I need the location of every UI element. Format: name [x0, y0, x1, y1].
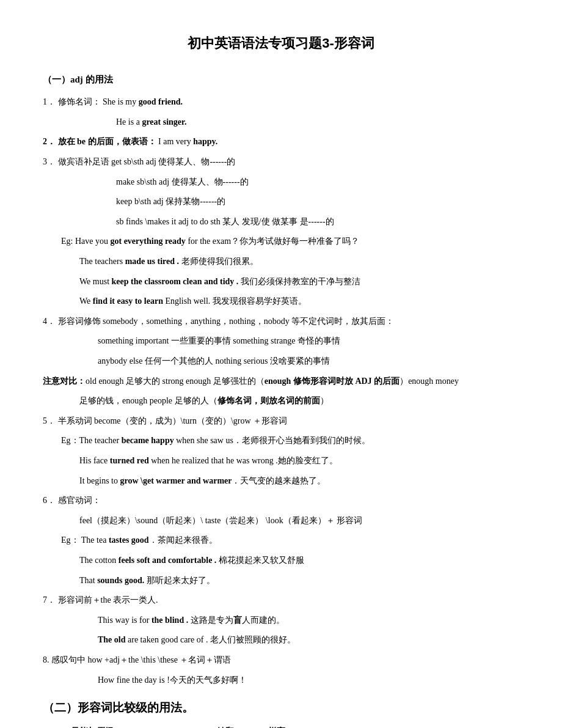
- item-label: 形容词修饰 somebody，something，anything，nothin…: [58, 317, 395, 326]
- item-num: 5．: [43, 416, 56, 425]
- list-item: That sounds good. 那听起来太好了。: [79, 573, 519, 589]
- list-item: Eg: Have you got everything ready for th…: [61, 233, 519, 250]
- item-text: keep b\sth adj 保持某物------的: [116, 197, 225, 206]
- item-text: sb finds \makes it adj to do sth 某人 发现/使…: [116, 217, 334, 226]
- list-item: 8. 感叹句中 how +adj＋the \this \these ＋名词＋谓语: [43, 652, 519, 669]
- list-item: How fine the day is !今天的天气多好啊！: [98, 672, 519, 689]
- item-label: 半系动词 become（变的，成为）\turn（变的）\grow ＋形容词: [58, 416, 288, 425]
- item-text: anybody else 任何一个其他的人 nothing serious 没啥…: [98, 356, 330, 366]
- item-label: 修饰名词：: [58, 97, 101, 106]
- item-text: Eg：The teacher became happy when she saw…: [61, 436, 370, 445]
- item-text: We must keep the classroom clean and tid…: [79, 277, 360, 286]
- page-title: 初中英语语法专项习题3-形容词: [43, 31, 519, 56]
- item-text: His face turned red when he realized tha…: [79, 456, 338, 465]
- item-label: 放在 be 的后面，做表语：: [58, 137, 156, 146]
- item-num: 2．: [43, 137, 56, 146]
- item-text: Eg： The tea tastes good．茶闻起来很香。: [61, 535, 217, 545]
- list-item: The cotton feels soft and comfortable . …: [79, 553, 519, 569]
- item-text: Eg: Have you got everything ready for th…: [61, 237, 359, 246]
- list-item: 7． 形容词前＋the 表示一类人.: [43, 592, 519, 609]
- list-item: It begins to grow \get warmer and warmer…: [79, 473, 519, 490]
- list-item: feel（摸起来）\sound（听起来）\ taste（尝起来） \look（看…: [79, 513, 519, 529]
- list-item: 1. As＋ 只能加原级---as She is as tall as Pete…: [43, 724, 519, 728]
- item-text: We find it easy to learn English well. 我…: [79, 296, 307, 306]
- list-item: 3． 做宾语补足语 get sb\sth adj 使得某人、物------的: [43, 154, 519, 171]
- item-text: something important 一些重要的事情 something st…: [98, 336, 340, 345]
- list-item: Eg：The teacher became happy when she saw…: [61, 433, 519, 449]
- item-text: get sb\sth adj 使得某人、物------的: [111, 157, 235, 166]
- list-item: 足够的钱，enough people 足够的人（修饰名词，则放名词的前面）: [79, 393, 519, 410]
- list-item: The teachers made us tired . 老师使得我们很累。: [79, 254, 519, 270]
- item-num: 8.: [43, 655, 49, 664]
- item-num: 4．: [43, 317, 56, 326]
- item-num: 6．: [43, 496, 56, 505]
- item-num: 1．: [43, 97, 56, 106]
- list-item: something important 一些重要的事情 something st…: [98, 333, 519, 350]
- item-text: That sounds good. 那听起来太好了。: [79, 576, 215, 585]
- item-text: How fine the day is !今天的天气多好啊！: [98, 675, 247, 685]
- list-item: He is a great singer.: [116, 114, 519, 131]
- item-text: The cotton feels soft and comfortable . …: [79, 556, 304, 565]
- item-text: I am very happy.: [158, 137, 217, 146]
- item-text: feel（摸起来）\sound（听起来）\ taste（尝起来） \look（看…: [79, 516, 362, 525]
- item-num: 7．: [43, 595, 56, 605]
- item-text: The teachers made us tired . 老师使得我们很累。: [79, 257, 258, 266]
- list-item: anybody else 任何一个其他的人 nothing serious 没啥…: [98, 353, 519, 370]
- item-text: The old are taken good care of . 老人们被照顾的…: [98, 635, 296, 644]
- list-item: keep b\sth adj 保持某物------的: [116, 194, 519, 210]
- list-item: sb finds \makes it adj to do sth 某人 发现/使…: [116, 214, 519, 230]
- list-item: Eg： The tea tastes good．茶闻起来很香。: [61, 532, 519, 549]
- item-text: He is a great singer.: [116, 117, 187, 127]
- list-item: 4． 形容词修饰 somebody，something，anything，not…: [43, 314, 519, 330]
- item-text: make sb\sth adj 使得某人、物------的: [116, 177, 249, 186]
- section2-header: （二）形容词比较级的用法。: [43, 697, 519, 719]
- list-item: We must keep the classroom clean and tid…: [79, 274, 519, 290]
- list-item: 5． 半系动词 become（变的，成为）\turn（变的）\grow ＋形容词: [43, 413, 519, 430]
- item-text: She is my good friend.: [103, 97, 183, 106]
- item-label: 感官动词：: [58, 496, 101, 505]
- item-text: 足够的钱，enough people 足够的人（修饰名词，则放名词的前面）: [79, 396, 329, 405]
- item-label: 做宾语补足语: [58, 157, 112, 166]
- list-item: His face turned red when he realized tha…: [79, 453, 519, 469]
- item-label: 感叹句中 how +adj＋the \this \these ＋名词＋谓语: [51, 655, 232, 664]
- list-item: We find it easy to learn English well. 我…: [79, 293, 519, 310]
- item-num: 3．: [43, 157, 56, 166]
- list-item: 注意对比：old enough 足够大的 strong enough 足够强壮的…: [43, 373, 519, 390]
- item-text: This way is for the blind . 这路是专为盲人而建的。: [98, 616, 285, 625]
- list-item: The old are taken good care of . 老人们被照顾的…: [98, 632, 519, 649]
- list-item: 1． 修饰名词： She is my good friend.: [43, 94, 519, 111]
- item-label: 形容词前＋the 表示一类人.: [58, 595, 158, 605]
- item-text: 注意对比：old enough 足够大的 strong enough 足够强壮的…: [43, 377, 459, 386]
- section1-header: （一）adj 的用法: [43, 71, 519, 89]
- item-text: It begins to grow \get warmer and warmer…: [79, 476, 326, 485]
- list-item: This way is for the blind . 这路是专为盲人而建的。: [98, 612, 519, 629]
- list-item: 6． 感官动词：: [43, 493, 519, 509]
- list-item: 2． 放在 be 的后面，做表语： I am very happy.: [43, 134, 519, 150]
- list-item: make sb\sth adj 使得某人、物------的: [116, 174, 519, 191]
